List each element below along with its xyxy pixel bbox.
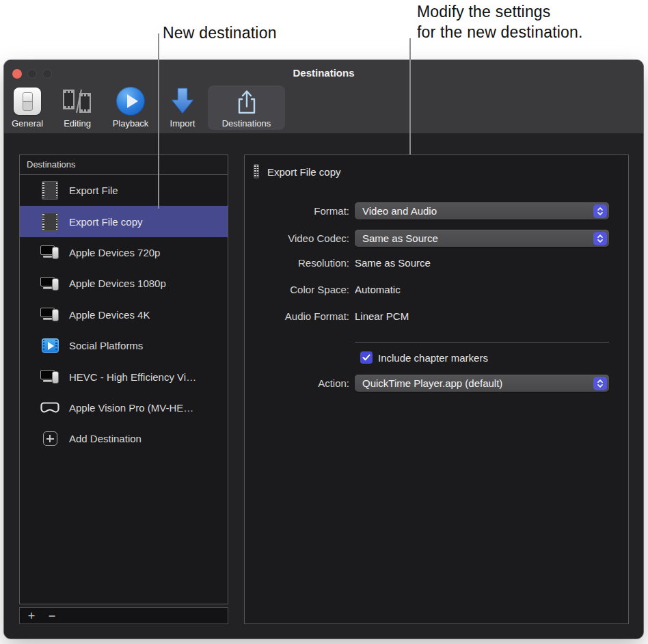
color-space-label: Color Space: bbox=[245, 284, 349, 295]
resolution-row: Resolution: Same as Source bbox=[245, 257, 628, 269]
color-space-row: Color Space: Automatic bbox=[245, 284, 628, 295]
general-switch-icon bbox=[14, 85, 41, 117]
toolbar-label-import: Import bbox=[170, 118, 195, 129]
destination-label: Apple Devices 4K bbox=[69, 309, 150, 321]
destination-label: Apple Vision Pro (MV-HE… bbox=[69, 402, 193, 414]
action-popup-button[interactable]: QuickTime Player.app (default) bbox=[355, 375, 609, 392]
video-codec-value: Same as Source bbox=[362, 232, 438, 244]
format-popup-button[interactable]: Video and Audio bbox=[355, 202, 609, 219]
destination-list-item[interactable]: Apple Devices 1080p bbox=[20, 268, 228, 299]
devices-icon bbox=[40, 305, 59, 324]
devices-icon bbox=[40, 274, 59, 293]
color-space-value: Automatic bbox=[355, 284, 401, 295]
toolbar-tab-import[interactable]: Import bbox=[154, 85, 211, 129]
destination-list-item[interactable]: Export File copy bbox=[20, 206, 228, 237]
sidebar-header: Destinations bbox=[20, 155, 228, 175]
devices-icon bbox=[40, 243, 59, 262]
action-row: Action: QuickTime Player.app (default) bbox=[245, 375, 628, 392]
toolbar-tab-editing[interactable]: Editing bbox=[49, 85, 106, 129]
video-codec-row: Video Codec: Same as Source bbox=[245, 230, 628, 247]
window-title: Destinations bbox=[4, 67, 643, 79]
toolbar-tab-destinations[interactable]: Destinations bbox=[208, 85, 285, 130]
destination-label: Apple Devices 1080p bbox=[69, 278, 166, 289]
action-value: QuickTime Player.app (default) bbox=[362, 377, 502, 389]
window-chrome: Destinations General bbox=[4, 60, 643, 134]
destination-label: Export File copy bbox=[69, 216, 143, 228]
chapter-markers-row: Include chapter markers bbox=[245, 351, 628, 364]
destination-settings-panel: Export File copy Format: Video and Audio… bbox=[244, 155, 629, 624]
destination-list-item[interactable]: Apple Devices 720p bbox=[20, 237, 228, 268]
destination-list-item[interactable]: Social Platforms bbox=[20, 330, 228, 361]
destination-list-item[interactable]: Export File bbox=[20, 175, 228, 206]
toolbar-label-playback: Playback bbox=[113, 118, 149, 129]
resolution-value: Same as Source bbox=[355, 257, 431, 269]
destinations-list: Export File Export File copy Apple Devic… bbox=[20, 175, 228, 455]
destination-list-item[interactable]: HEVC - High Efficiency Vi… bbox=[20, 361, 228, 392]
devices-icon bbox=[40, 367, 59, 386]
panel-header: Export File copy bbox=[254, 165, 341, 178]
callout-new-destination: New destination bbox=[163, 23, 277, 43]
toolbar-label-destinations: Destinations bbox=[222, 118, 271, 129]
destination-list-item[interactable]: Apple Devices 4K bbox=[20, 299, 228, 330]
toolbar-tab-general[interactable]: General bbox=[0, 85, 56, 129]
filmstrip-icon bbox=[40, 181, 59, 200]
destination-label: Add Destination bbox=[69, 433, 141, 444]
destination-label: HEVC - High Efficiency Vi… bbox=[69, 371, 196, 383]
destination-label: Apple Devices 720p bbox=[69, 247, 160, 258]
format-value: Video and Audio bbox=[362, 205, 437, 217]
audio-format-label: Audio Format: bbox=[245, 310, 349, 322]
video-codec-popup-button[interactable]: Same as Source bbox=[355, 230, 609, 247]
callout-line-new-destination bbox=[158, 33, 159, 209]
include-chapter-markers-label: Include chapter markers bbox=[378, 352, 488, 364]
callout-modify-line-1: Modify the settings bbox=[417, 1, 583, 22]
destination-label: Export File bbox=[69, 185, 118, 196]
resolution-label: Resolution: bbox=[245, 257, 349, 269]
audio-format-value: Linear PCM bbox=[355, 310, 409, 322]
destination-label: Social Platforms bbox=[69, 340, 143, 351]
video-codec-label: Video Codec: bbox=[245, 232, 349, 244]
sidebar-add-remove-bar: + − bbox=[19, 607, 228, 624]
destination-list-item[interactable]: Apple Vision Pro (MV-HE… bbox=[20, 392, 228, 423]
vision-pro-icon bbox=[40, 398, 59, 417]
destinations-preferences-window: Destinations General bbox=[4, 60, 643, 639]
filmstrip-icon bbox=[254, 165, 259, 178]
destination-list-item[interactable]: Add Destination bbox=[20, 423, 228, 454]
add-destination-button[interactable]: + bbox=[25, 610, 38, 622]
panel-title: Export File copy bbox=[267, 166, 341, 178]
include-chapter-markers-checkbox[interactable] bbox=[360, 351, 373, 364]
settings-separator bbox=[355, 342, 609, 343]
popup-chevrons-icon bbox=[593, 204, 607, 218]
audio-format-row: Audio Format: Linear PCM bbox=[245, 310, 628, 322]
popup-chevrons-icon bbox=[593, 232, 607, 245]
social-icon bbox=[40, 336, 59, 355]
callout-line-modify-settings bbox=[409, 38, 411, 155]
toolbar-label-general: General bbox=[12, 118, 43, 129]
format-label: Format: bbox=[245, 205, 349, 217]
action-label: Action: bbox=[245, 377, 349, 389]
destinations-sidebar: Destinations Export File Export File cop… bbox=[19, 155, 228, 604]
callout-modify-settings: Modify the settings for the new destinat… bbox=[417, 1, 583, 42]
toolbar-label-editing: Editing bbox=[64, 118, 91, 129]
popup-chevrons-icon bbox=[593, 377, 607, 390]
format-row: Format: Video and Audio bbox=[245, 202, 628, 219]
editing-filmstrips-icon bbox=[61, 85, 94, 117]
remove-destination-button[interactable]: − bbox=[46, 610, 58, 622]
add-icon bbox=[40, 429, 59, 448]
callout-modify-line-2: for the new destination. bbox=[417, 22, 583, 42]
import-down-arrow-icon bbox=[170, 85, 195, 117]
share-destinations-icon bbox=[235, 88, 258, 117]
toolbar-tab-playback[interactable]: Playback bbox=[102, 85, 159, 129]
play-circle-icon bbox=[116, 85, 145, 117]
filmstrip-icon bbox=[40, 212, 59, 231]
